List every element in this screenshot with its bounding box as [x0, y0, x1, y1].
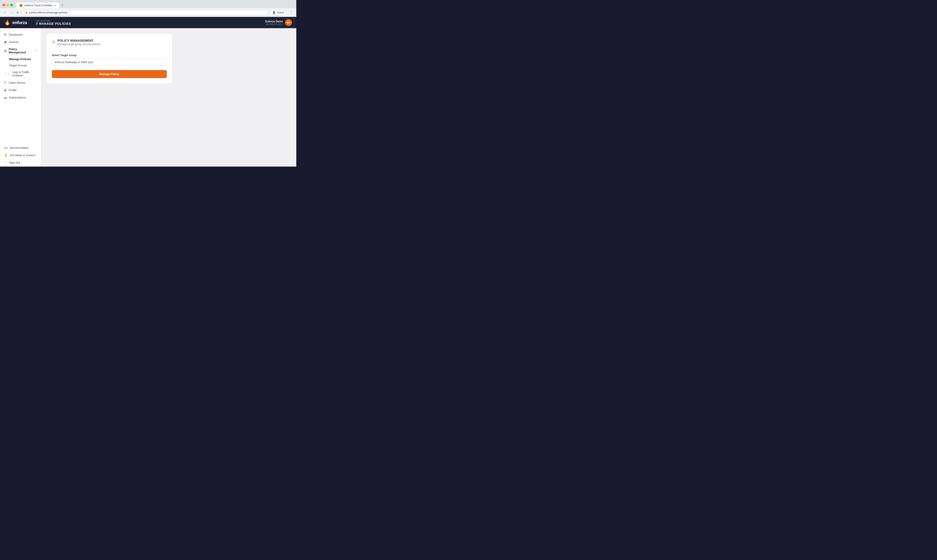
- topnav-divider: [31, 19, 32, 26]
- sidebar-item-manage-policies[interactable]: Manage Policies: [9, 56, 41, 62]
- policy-management-card: ◎ POLICY MANAGEMENT Manage target group …: [46, 34, 172, 83]
- sidebar-label-logs: Logs & Traffic Analysis: [12, 71, 37, 77]
- guest-button[interactable]: 👤 Guest: [269, 10, 287, 15]
- sidebar-label-dashboard: Dashboard: [9, 33, 23, 36]
- sidebar-item-subscriptions[interactable]: ▬ Subscriptions: [0, 94, 41, 101]
- sidebar-label-claim: Claim Device: [9, 81, 25, 85]
- url-text: portal.enforza.io/manage-policies: [29, 11, 68, 14]
- lock-icon: 🔒: [25, 11, 28, 14]
- sidebar-item-got-ideas[interactable]: 💡 Got Ideas or Issues?: [0, 151, 41, 159]
- new-tab-button[interactable]: +: [59, 2, 66, 8]
- page-title: // MANAGE POLICIES: [36, 22, 71, 25]
- sidebar-item-sign-out[interactable]: → Sign Out: [0, 159, 41, 166]
- topnav-nav-section: NAVIGATION // MANAGE POLICIES: [36, 20, 71, 25]
- sign-out-icon: →: [4, 161, 7, 164]
- sidebar-label-ideas: Got Ideas or Issues?: [10, 154, 36, 157]
- maximize-traffic-light[interactable]: [11, 4, 13, 6]
- topnav: 🔥 enforza NAVIGATION // MANAGE POLICIES …: [0, 17, 296, 28]
- profile-icon: ◉: [4, 88, 6, 92]
- ideas-icon: 💡: [4, 153, 8, 157]
- card-icon: ◎: [52, 39, 55, 44]
- sidebar: ⊞ Dashboard ▣ Devices ◎ Policy Managemen…: [0, 28, 41, 166]
- select-label: Select Target Group: [52, 54, 167, 57]
- devices-icon: ▣: [4, 40, 7, 44]
- close-traffic-light[interactable]: [3, 4, 5, 6]
- tab-close-button[interactable]: ✕: [54, 4, 56, 7]
- browser-toolbar: ← → ↻ 🔒 portal.enforza.io/manage-policie…: [0, 8, 296, 17]
- sidebar-item-policy-management[interactable]: ◎ Policy Management ▾: [0, 46, 41, 56]
- user-info: Enforza Demo demo@enforza.io: [265, 20, 283, 25]
- logo-flame-icon: 🔥: [4, 20, 10, 25]
- refresh-button[interactable]: ↻: [15, 10, 20, 15]
- select-wrapper: enforza Gateways in AWS (eu) ⌄: [52, 58, 167, 66]
- chevron-down-icon: ▾: [36, 49, 37, 52]
- card-header-text: POLICY MANAGEMENT Manage target group se…: [57, 39, 101, 46]
- sidebar-label-devices: Devices: [9, 40, 19, 44]
- dashboard-icon: ⊞: [4, 33, 6, 36]
- back-button[interactable]: ←: [3, 10, 8, 15]
- sidebar-item-logs[interactable]: ⋮⋮ Logs & Traffic Analysis: [0, 69, 41, 79]
- tab-favicon: [20, 4, 23, 7]
- sidebar-item-profile[interactable]: ◉ Profile: [0, 86, 41, 94]
- sidebar-item-claim-device[interactable]: ✦ Claim Device: [0, 79, 41, 86]
- sidebar-label-policy: Policy Management: [9, 48, 34, 54]
- card-header: ◎ POLICY MANAGEMENT Manage target group …: [52, 39, 167, 49]
- topnav-right: Enforza Demo demo@enforza.io ED: [265, 19, 292, 26]
- sidebar-item-devices[interactable]: ▣ Devices: [0, 38, 41, 46]
- target-group-select[interactable]: enforza Gateways in AWS (eu): [52, 58, 167, 66]
- logs-icon: ⋮⋮: [4, 72, 10, 75]
- guest-label: Guest: [277, 11, 284, 14]
- tab-title: enforza Cloud Controller: [24, 4, 52, 7]
- sidebar-label-profile: Profile: [9, 88, 17, 92]
- user-email: demo@enforza.io: [265, 23, 283, 25]
- card-subtitle: Manage target group security policies: [57, 43, 101, 46]
- logo-text: enforza: [12, 20, 27, 25]
- sidebar-bottom: 📖 Documentation 💡 Got Ideas or Issues? →…: [0, 141, 41, 166]
- sidebar-item-dashboard[interactable]: ⊞ Dashboard: [0, 31, 41, 38]
- sidebar-label-sign-out: Sign Out: [9, 161, 20, 164]
- address-bar[interactable]: 🔒 portal.enforza.io/manage-policies: [22, 10, 268, 15]
- sidebar-label-subscriptions: Subscriptions: [9, 96, 26, 99]
- documentation-icon: 📖: [4, 146, 8, 149]
- card-title: POLICY MANAGEMENT: [57, 39, 101, 42]
- forward-button[interactable]: →: [9, 10, 14, 15]
- subscriptions-icon: ▬: [4, 95, 7, 99]
- browser-menu-button[interactable]: ⋮: [288, 9, 294, 15]
- logo: 🔥 enforza: [4, 20, 27, 25]
- nav-label: NAVIGATION: [36, 20, 71, 22]
- active-tab[interactable]: enforza Cloud Controller ✕: [17, 3, 59, 8]
- claim-icon: ✦: [4, 81, 6, 85]
- sidebar-item-target-groups[interactable]: Target Groups: [9, 62, 41, 69]
- avatar[interactable]: ED: [285, 19, 292, 26]
- manage-policy-button[interactable]: Manage Policy: [52, 70, 167, 78]
- main-content: ◎ POLICY MANAGEMENT Manage target group …: [41, 28, 296, 166]
- minimize-traffic-light[interactable]: [6, 4, 9, 6]
- browser-tabs: enforza Cloud Controller ✕ +: [17, 2, 66, 8]
- guest-icon: 👤: [272, 11, 276, 14]
- user-name: Enforza Demo: [265, 20, 283, 23]
- traffic-lights: [3, 4, 13, 6]
- sidebar-sub-menu: Manage Policies Target Groups: [0, 56, 41, 69]
- policy-icon: ◎: [4, 49, 6, 52]
- sidebar-item-documentation[interactable]: 📖 Documentation: [0, 144, 41, 151]
- sidebar-label-documentation: Documentation: [10, 146, 29, 149]
